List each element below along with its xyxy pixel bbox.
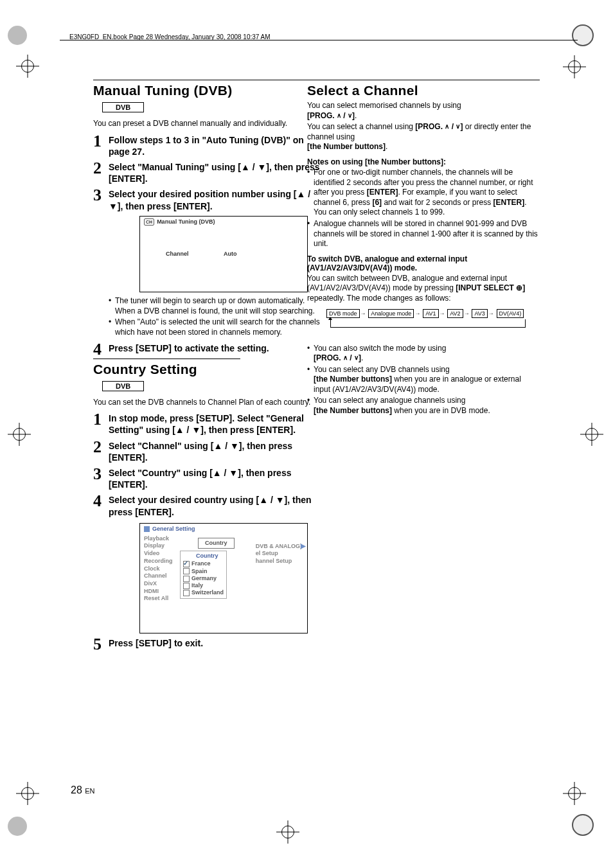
checkbox-icon <box>183 583 190 589</box>
reg-dot <box>8 26 27 45</box>
note: You can select any DVB channels using [t… <box>307 365 540 395</box>
osd-country-popup: Country <box>198 538 235 549</box>
crop-mark <box>580 423 603 446</box>
step-3: Select your desired position number usin… <box>93 188 323 337</box>
ch-icon: CH <box>144 218 154 226</box>
step-1: In stop mode, press [SETUP]. Select "Gen… <box>93 412 323 436</box>
heading-country-setting: Country Setting <box>93 362 323 377</box>
body-text: You can switch between DVB, analogue and… <box>307 274 540 304</box>
note: For one or two-digit number channels, th… <box>307 168 540 218</box>
step-5: Press [SETUP] to exit. <box>93 637 323 649</box>
reg-dot <box>572 814 594 836</box>
crop-mark <box>8 423 31 446</box>
checkbox-icon <box>183 561 190 567</box>
step-2: Select "Manual Tuning" using [▲ / ▼], th… <box>93 161 323 184</box>
reg-dot <box>572 24 594 46</box>
subhead-notes: Notes on using [the Number buttons]: <box>307 157 540 166</box>
osd-manual-tuning: CHManual Tuning (DVB) ChannelAuto <box>139 216 308 292</box>
checkbox-icon <box>183 576 190 582</box>
badge-dvb: DVB <box>102 102 144 112</box>
note: You can select any analogue channels usi… <box>307 396 540 416</box>
step-2: Select "Channel" using [▲ / ▼], then pre… <box>93 440 323 463</box>
heading-manual-tuning: Manual Tuning (DVB) <box>93 83 323 98</box>
intro-text: You can preset a DVB channel manually an… <box>93 119 323 129</box>
subhead-switch: To switch DVB, analogue and external inp… <box>307 254 540 272</box>
play-icon: ▶ <box>301 542 306 550</box>
crop-mark <box>16 782 39 805</box>
crop-mark <box>16 55 39 78</box>
section-rule <box>93 359 240 359</box>
crop-mark <box>563 55 586 78</box>
wrench-icon <box>144 526 150 532</box>
crop-mark <box>563 782 586 805</box>
reg-dot <box>8 817 27 836</box>
step-4: Select your desired country using [▲ / ▼… <box>93 494 323 633</box>
crop-mark <box>276 820 299 844</box>
osd-general-setting: General Setting Playback Display Video R… <box>139 523 308 633</box>
checkbox-icon <box>183 590 190 596</box>
step-3: Select "Country" using [▲ / ▼], then pre… <box>93 467 323 490</box>
checkbox-icon <box>183 568 190 574</box>
note: You can also switch the mode by using [P… <box>307 344 540 364</box>
step-1: Follow steps 1 to 3 in "Auto Tuning (DVB… <box>93 134 323 157</box>
osd-auto-label: Auto <box>224 251 237 258</box>
osd-country-list: Country France Spain Germany Italy Switz… <box>180 551 227 599</box>
body-text: You can select memorised channels by usi… <box>307 101 540 121</box>
osd-channel-label: Channel <box>166 251 224 258</box>
step-4: Press [SETUP] to activate the setting. <box>93 342 323 354</box>
intro-text: You can set the DVB channels to Channel … <box>93 398 323 408</box>
note: When "Auto" is selected the unit will se… <box>109 317 323 337</box>
book-header: E3NG0FD_EN.book Page 28 Wednesday, Janua… <box>69 33 271 40</box>
section-rule <box>93 80 323 80</box>
body-text: You can select a channel using [PROG. ∧ … <box>307 122 540 152</box>
badge-dvb: DVB <box>102 381 144 391</box>
note: Analogue channels will be stored in chan… <box>307 219 540 249</box>
note: The tuner will begin to search up or dow… <box>109 296 323 316</box>
osd-right-menu: DVB & ANALOG) el Setup hannel Setup <box>256 543 302 565</box>
osd-side-menu: Playback Display Video Recording Clock C… <box>144 535 173 603</box>
section-rule <box>307 80 540 80</box>
page-number: 28 EN <box>71 784 95 796</box>
heading-select-channel: Select a Channel <box>307 83 540 98</box>
mode-diagram: DVB mode→ Analogue mode→ AV1→ AV2→ AV3→ … <box>326 309 540 335</box>
